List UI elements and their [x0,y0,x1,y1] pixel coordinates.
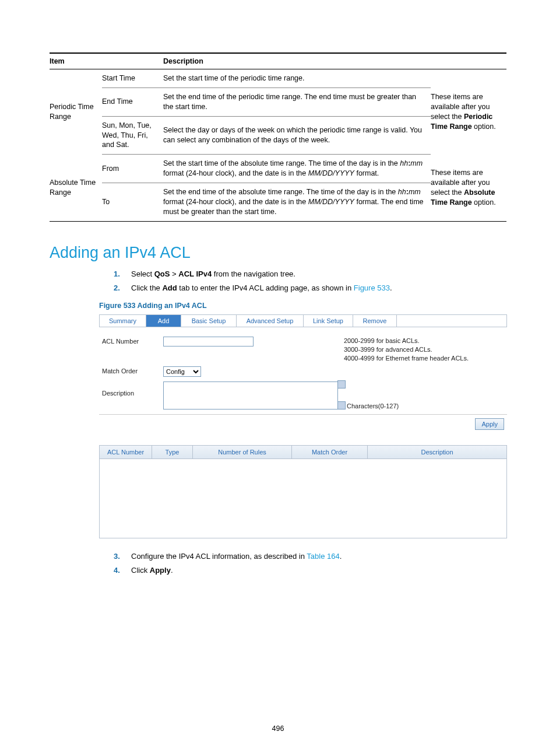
acl-number-label: ACL Number [102,337,163,345]
description-label: Description [102,380,163,397]
periodic-days-desc: Select the day or days of the week on wh… [163,116,431,155]
section-heading: Adding an IPv4 ACL [50,244,506,262]
match-order-label: Match Order [102,366,163,374]
scroll-up-icon[interactable] [337,380,346,388]
periodic-end-sub: End Time [102,88,163,116]
tab-remove[interactable]: Remove [353,315,397,327]
description-textarea[interactable] [163,382,338,410]
page-number: 496 [0,724,556,733]
step-1: 1. Select QoS > ACL IPv4 from the naviga… [114,269,506,279]
match-order-select[interactable]: Config [163,366,201,377]
th-item: Item [50,53,102,69]
steps-list-top: 1. Select QoS > ACL IPv4 from the naviga… [114,269,506,293]
tab-add[interactable]: Add [146,315,181,327]
periodic-days-sub: Sun, Mon, Tue, Wed, Thu, Fri, and Sat. [102,116,163,155]
table-link[interactable]: Table 164 [307,552,339,561]
char-counter: Characters(0-127) [347,402,399,410]
form-area: ACL Number 2000-2999 for basic ACLs. 300… [99,327,507,415]
gh-match-order[interactable]: Match Order [292,446,368,459]
gh-rules[interactable]: Number of Rules [193,446,292,459]
periodic-note: These items are available after you sele… [431,69,506,155]
tab-link-setup[interactable]: Link Setup [304,315,353,327]
absolute-to-desc: Set the end time of the absolute time ra… [163,183,431,222]
acl-number-hint: 2000-2999 for basic ACLs. 3000-3999 for … [344,337,504,363]
figure-caption: Figure 533 Adding an IPv4 ACL [99,302,506,310]
scroll-down-icon[interactable] [337,401,346,410]
absolute-label: Absolute Time Range [50,155,102,221]
periodic-start-desc: Set the start time of the periodic time … [163,69,431,88]
tab-summary[interactable]: Summary [100,315,146,327]
periodic-label: Periodic Time Range [50,69,102,155]
periodic-end-desc: Set the end time of the periodic time ra… [163,88,431,116]
absolute-to-sub: To [102,183,163,222]
step-2: 2. Click the Add tab to enter the IPv4 A… [114,283,506,293]
acl-number-input[interactable] [163,337,254,346]
acl-grid: ACL Number Type Number of Rules Match Or… [99,445,507,538]
absolute-note: These items are available after you sele… [431,155,506,221]
gh-type[interactable]: Type [152,446,193,459]
gh-acl-number[interactable]: ACL Number [100,446,152,459]
embedded-screenshot: Summary Add Basic Setup Advanced Setup L… [99,314,507,538]
absolute-from-sub: From [102,155,163,183]
th-blank [102,53,163,69]
tab-filler [397,315,507,327]
periodic-start-sub: Start Time [102,69,163,88]
grid-body [100,459,506,538]
th-desc: Description [163,53,506,69]
absolute-from-desc: Set the start time of the absolute time … [163,155,431,183]
time-range-table: Item Description Periodic Time Range Sta… [50,52,506,222]
figure-link[interactable]: Figure 533 [354,284,390,292]
steps-list-bottom: 3. Configure the IPv4 ACL information, a… [114,551,506,576]
tab-bar: Summary Add Basic Setup Advanced Setup L… [99,314,507,327]
step-3: 3. Configure the IPv4 ACL information, a… [114,551,506,562]
tab-advanced-setup[interactable]: Advanced Setup [237,315,304,327]
grid-header: ACL Number Type Number of Rules Match Or… [100,446,506,459]
tab-basic-setup[interactable]: Basic Setup [181,315,237,327]
apply-button[interactable]: Apply [475,418,504,430]
step-4: 4. Click Apply. [114,565,506,576]
gh-description[interactable]: Description [368,446,506,459]
